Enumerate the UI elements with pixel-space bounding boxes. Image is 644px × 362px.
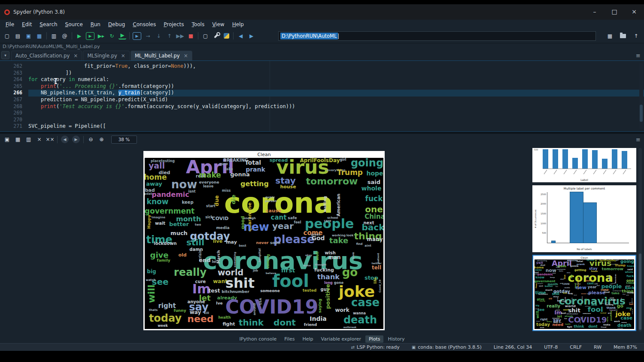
code-area[interactable]: 262 fit_prior=True, class_prior=None))),…	[0, 61, 644, 130]
menu-edit[interactable]: Edit	[18, 21, 36, 28]
cloud-word: around	[253, 303, 256, 315]
zoom-level-box[interactable]: 38 %	[111, 136, 137, 144]
open-file-button[interactable]: ▤	[12, 31, 23, 41]
minimize-button[interactable]: –	[585, 4, 605, 19]
menu-tools[interactable]: Tools	[188, 21, 209, 28]
code-text[interactable]: prediction = NB_pipeline.predict(X_valid…	[28, 97, 644, 103]
tab-close-icon[interactable]: ×	[184, 53, 188, 59]
remove-all-plots-button[interactable]: ××	[45, 135, 55, 145]
cloud-word: case	[351, 297, 380, 308]
run-cell-button[interactable]: ▶	[86, 32, 94, 40]
previous-plot-button[interactable]: ◀	[61, 136, 69, 143]
debug-button[interactable]: ▶	[133, 32, 141, 40]
line-number: 263	[0, 70, 28, 77]
save-all-plots-button[interactable]: ▦	[12, 135, 23, 145]
tab-close-icon[interactable]: ×	[73, 53, 78, 59]
save-plot-button[interactable]: ▣	[2, 135, 12, 145]
plots-options-menu-button[interactable]: ≡	[636, 136, 641, 143]
zoom-out-button[interactable]: ⊖	[85, 135, 96, 145]
browse-tabs-button[interactable]: ▾	[1, 51, 9, 59]
menu-consoles[interactable]: Consoles	[129, 21, 160, 28]
cloud-word: tested	[303, 289, 317, 293]
open-working-dir-button[interactable]	[620, 34, 626, 38]
pane-tab-variable-explorer[interactable]: Variable explorer	[318, 335, 365, 343]
plot-thumbnail-wordcloud-selected[interactable]: Clean placetestingyallAprilBREAKINGTotal…	[532, 255, 636, 331]
editor-scrollbar[interactable]	[639, 63, 643, 130]
cloud-word: AprilFoolsDay	[599, 259, 616, 262]
run-cell-advance-button[interactable]: ▶▸	[96, 31, 106, 41]
pane-tab-ipython-console[interactable]: IPython console	[236, 335, 280, 343]
preferences-button[interactable]	[211, 31, 222, 41]
code-text[interactable]: for category in numerical:	[28, 76, 644, 83]
plot-thumbnail-histogram[interactable]: Multiple label per comment # of Occurren…	[532, 185, 636, 252]
menu-help[interactable]: Help	[228, 21, 248, 28]
code-text[interactable]: NB_pipeline.fit(X_train, y_train[categor…	[28, 90, 644, 97]
new-file-button[interactable]: ▢	[2, 31, 12, 41]
code-text[interactable]: ])	[28, 70, 644, 77]
step-into-button[interactable]: ↓	[153, 31, 164, 41]
step-over-button[interactable]: →	[143, 31, 153, 41]
editor-options-menu-button[interactable]: ≡	[636, 52, 641, 59]
code-text[interactable]: print('Test accuracy is {}'.format(accur…	[28, 103, 644, 110]
code-text[interactable]	[28, 110, 644, 117]
maximize-pane-button[interactable]: ▢	[200, 31, 211, 41]
window-layout-button[interactable]: ▦	[605, 31, 615, 41]
run-button[interactable]: ▶	[74, 31, 85, 41]
cloud-word: every	[265, 196, 275, 199]
back-button[interactable]: ◀	[235, 31, 246, 41]
pane-tab-help[interactable]: Help	[299, 335, 316, 343]
continue-button[interactable]: ▶▶	[175, 31, 185, 41]
save-button[interactable]: ▣	[23, 31, 34, 41]
menu-view[interactable]: View	[208, 21, 228, 28]
rerun-cell-button[interactable]: ↻	[106, 31, 117, 41]
menu-source[interactable]: Source	[61, 21, 87, 28]
code-text[interactable]: fit_prior=True, class_prior=None))),	[28, 63, 644, 70]
go-up-button[interactable]: ↑	[631, 31, 641, 41]
cloud-word: fight	[222, 322, 235, 326]
cloud-word: thats	[149, 309, 158, 312]
remove-plot-button[interactable]: ×	[34, 135, 45, 145]
working-directory-input[interactable]: D:\PythonRUN\AutoML	[278, 31, 596, 41]
run-selection-button[interactable]: ▶	[118, 33, 126, 39]
status-label: LSP Python: ready	[357, 344, 400, 350]
editor-scrollbar-thumb[interactable]	[640, 105, 643, 122]
cloud-word: said	[368, 179, 380, 185]
pythonpath-button[interactable]	[224, 33, 229, 39]
editor-tab[interactable]: MLSingle.py×	[83, 51, 130, 60]
cloud-word: tomorrow	[602, 267, 623, 271]
plot-thumbnail-bar-chart[interactable]: 500 Label	[532, 148, 636, 182]
tab-close-icon[interactable]: ×	[121, 53, 125, 59]
copy-plot-button[interactable]: ▥	[23, 135, 34, 145]
maximize-button[interactable]: □	[605, 4, 624, 19]
thumbnails-scrollbar[interactable]	[638, 148, 642, 332]
save-all-button[interactable]: ▦	[34, 31, 45, 41]
cloud-word: bitch	[567, 313, 571, 315]
file-switcher-button[interactable]: ▥	[49, 31, 59, 41]
menu-debug[interactable]: Debug	[104, 21, 129, 28]
code-editor[interactable]: 262 fit_prior=True, class_prior=None))),…	[0, 60, 644, 132]
code-text[interactable]: print('... Processing {}'.format(categor…	[28, 83, 644, 90]
zoom-in-button[interactable]: ⊕	[96, 135, 107, 145]
step-return-button[interactable]: ↑	[164, 31, 175, 41]
menu-projects[interactable]: Projects	[160, 21, 188, 28]
code-text[interactable]	[28, 117, 644, 124]
working-directory-value: D:\PythonRUN\AutoML	[280, 33, 338, 39]
pane-tab-files[interactable]: Files	[281, 335, 298, 343]
next-plot-button[interactable]: ▶	[72, 136, 80, 143]
stop-button[interactable]: ■	[185, 31, 196, 41]
editor-tab[interactable]: ML_Multi_Label.py×	[131, 51, 192, 60]
menu-file[interactable]: File	[2, 21, 18, 28]
editor-tab[interactable]: Auto_Classification.py×	[11, 51, 82, 60]
close-button[interactable]: ×	[624, 4, 644, 19]
pane-tab-history[interactable]: History	[384, 335, 408, 343]
symbol-finder-button[interactable]: @	[59, 31, 70, 41]
thumbnails-scrollbar-thumb[interactable]	[639, 253, 641, 330]
spyder-window: Spyder (Python 3.8) –□× FileEditSearchSo…	[0, 4, 644, 351]
menu-run[interactable]: Run	[87, 21, 104, 28]
code-token: [category])	[140, 90, 174, 96]
pane-tab-plots[interactable]: Plots	[365, 335, 383, 343]
menu-search[interactable]: Search	[36, 21, 61, 28]
cloud-word: away	[535, 269, 542, 271]
code-text[interactable]: SVC_pipeline = Pipeline([	[28, 123, 644, 130]
forward-button[interactable]: ▶	[246, 31, 257, 41]
